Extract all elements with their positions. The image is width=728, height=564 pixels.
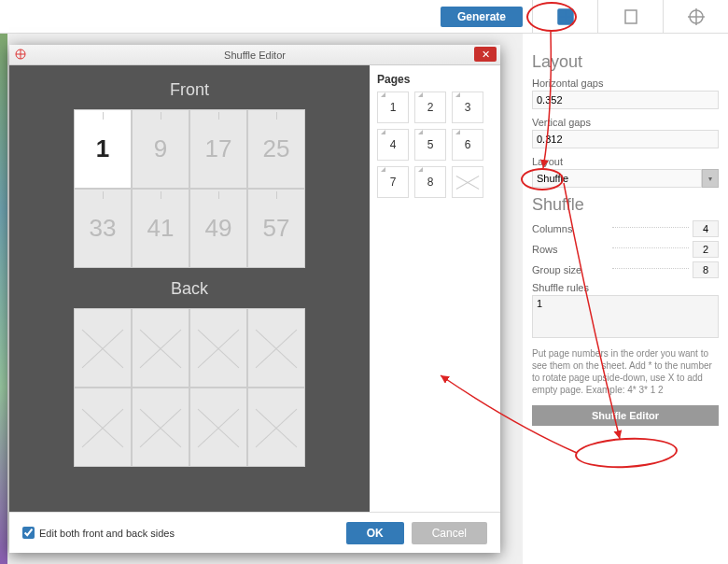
edit-both-sides-checkbox[interactable]: [22, 527, 35, 539]
page-thumb[interactable]: 4: [377, 129, 409, 161]
layout-select[interactable]: [532, 169, 702, 188]
horizontal-gaps-label: Horizontal gaps: [532, 78, 603, 89]
back-sheet[interactable]: [74, 308, 305, 467]
front-cell[interactable]: 25: [247, 109, 305, 189]
front-cell[interactable]: 1: [74, 109, 132, 189]
columns-input[interactable]: [693, 220, 719, 237]
horizontal-gaps-input[interactable]: [532, 91, 719, 109]
svg-rect-3: [625, 10, 637, 23]
back-cell[interactable]: [132, 308, 189, 388]
pages-pane: Pages 12345678: [370, 65, 500, 512]
rows-input[interactable]: [693, 241, 719, 258]
page-tool-icon[interactable]: [597, 0, 663, 34]
canvas-left-strip: [0, 34, 7, 564]
page-thumb-empty[interactable]: [452, 166, 483, 198]
page-thumb[interactable]: 3: [452, 92, 483, 123]
vertical-gaps-input[interactable]: [532, 130, 719, 148]
shuffle-rules-input[interactable]: 1: [532, 295, 719, 338]
close-icon[interactable]: ✕: [474, 47, 497, 62]
front-cell[interactable]: 17: [189, 109, 247, 189]
top-toolbar: Generate: [0, 0, 728, 34]
back-heading: Back: [26, 279, 353, 299]
layout-tool-icon[interactable]: [532, 0, 597, 34]
front-cell[interactable]: 9: [132, 109, 189, 189]
vertical-gaps-label: Vertical gaps: [532, 117, 591, 128]
preview-pane: Front 19172533414957 Back: [9, 65, 370, 512]
front-heading: Front: [26, 80, 353, 100]
back-cell[interactable]: [247, 388, 305, 467]
back-cell[interactable]: [74, 308, 132, 388]
layout-label: Layout: [532, 156, 563, 167]
front-cell[interactable]: 57: [247, 189, 305, 268]
generate-button[interactable]: Generate: [441, 7, 523, 27]
page-thumb[interactable]: 1: [377, 92, 409, 123]
cancel-button[interactable]: Cancel: [412, 522, 487, 544]
pages-title: Pages: [377, 73, 493, 86]
layout-dropdown-icon[interactable]: ▾: [702, 169, 719, 188]
group-size-input[interactable]: [693, 261, 719, 278]
back-cell[interactable]: [74, 388, 132, 467]
page-thumb[interactable]: 6: [452, 129, 483, 161]
front-cell[interactable]: 49: [189, 189, 247, 268]
dialog-title-text: Shuffle Editor: [224, 49, 286, 61]
shuffle-editor-dialog: Shuffle Editor ✕ Front 19172533414957 Ba…: [9, 45, 500, 553]
rows-label: Rows: [532, 244, 609, 255]
edit-both-sides-label: Edit both front and back sides: [39, 528, 175, 539]
page-thumb[interactable]: 2: [414, 92, 446, 123]
back-cell[interactable]: [189, 308, 247, 388]
dialog-titlebar[interactable]: Shuffle Editor ✕: [9, 45, 500, 65]
page-thumb[interactable]: 8: [414, 166, 446, 198]
shuffle-help-text: Put page numbers in the order you want t…: [532, 347, 719, 396]
shuffle-editor-button[interactable]: Shuffle Editor: [532, 405, 719, 426]
properties-panel: Layout Horizontal gaps Vertical gaps Lay…: [523, 34, 728, 564]
columns-label: Columns: [532, 223, 609, 234]
dialog-app-icon: [15, 49, 26, 60]
back-cell[interactable]: [247, 308, 305, 388]
group-size-label: Group size: [532, 264, 609, 275]
front-cell[interactable]: 33: [74, 189, 132, 268]
shuffle-rules-label: Shuffle rules: [532, 282, 589, 293]
back-cell[interactable]: [132, 388, 189, 467]
shuffle-section-title: Shuffle: [532, 195, 719, 215]
front-sheet[interactable]: 19172533414957: [74, 109, 305, 268]
dialog-footer: Edit both front and back sides OK Cancel: [9, 512, 500, 553]
layout-section-title: Layout: [532, 52, 719, 72]
page-thumb[interactable]: 5: [414, 129, 446, 161]
marks-tool-icon[interactable]: [663, 0, 728, 34]
back-cell[interactable]: [189, 388, 247, 467]
front-cell[interactable]: 41: [132, 189, 189, 268]
page-thumb[interactable]: 7: [377, 166, 409, 198]
ok-button[interactable]: OK: [346, 522, 404, 544]
